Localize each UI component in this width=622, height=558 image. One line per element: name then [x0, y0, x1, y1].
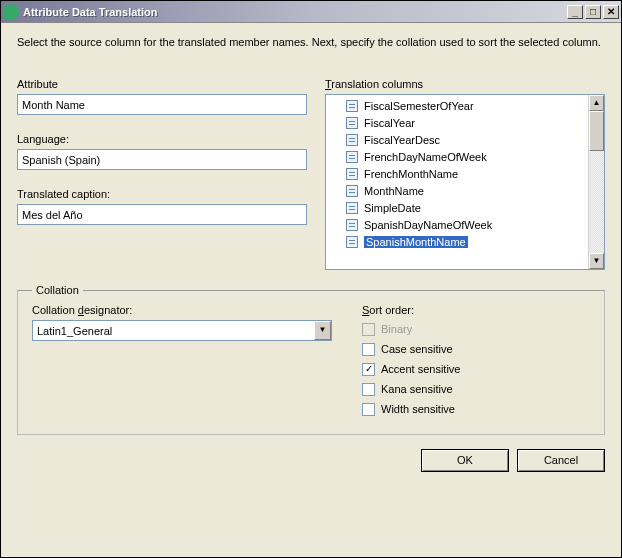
sort-option-row[interactable]: ✓Accent sensitive	[362, 360, 590, 378]
column-item[interactable]: MonthName	[326, 182, 588, 199]
sort-option-label: Kana sensitive	[381, 383, 453, 395]
language-field[interactable]	[17, 149, 307, 170]
sort-option-row[interactable]: Kana sensitive	[362, 380, 590, 398]
dialog-window: Attribute Data Translation _ □ ✕ Select …	[0, 0, 622, 558]
column-item[interactable]: FrenchDayNameOfWeek	[326, 148, 588, 165]
checkbox[interactable]	[362, 403, 375, 416]
collation-fieldset: Collation Collation designator: Latin1_G…	[17, 284, 605, 435]
column-item[interactable]: SpanishMonthName	[326, 233, 588, 250]
column-item-label: FrenchMonthName	[364, 168, 458, 180]
column-item-label: FiscalSemesterOfYear	[364, 100, 474, 112]
collation-designator-value: Latin1_General	[33, 325, 314, 337]
column-icon	[346, 219, 358, 231]
column-icon	[346, 168, 358, 180]
column-icon	[346, 151, 358, 163]
column-item[interactable]: SpanishDayNameOfWeek	[326, 216, 588, 233]
column-item[interactable]: FiscalYearDesc	[326, 131, 588, 148]
checkbox[interactable]	[362, 383, 375, 396]
attribute-label: Attribute	[17, 78, 307, 90]
ok-button[interactable]: OK	[421, 449, 509, 472]
column-item[interactable]: SimpleDate	[326, 199, 588, 216]
scroll-thumb[interactable]	[589, 111, 604, 151]
column-item-label: SpanishDayNameOfWeek	[364, 219, 492, 231]
column-icon	[346, 117, 358, 129]
translation-columns-label: Translation columns	[325, 78, 605, 90]
minimize-button[interactable]: _	[567, 5, 583, 19]
listbox-scrollbar[interactable]: ▲ ▼	[588, 95, 604, 269]
column-item[interactable]: FrenchMonthName	[326, 165, 588, 182]
column-icon	[346, 134, 358, 146]
column-item-label: FiscalYear	[364, 117, 415, 129]
checkbox[interactable]: ✓	[362, 363, 375, 376]
sort-option-row[interactable]: Case sensitive	[362, 340, 590, 358]
sort-option-row[interactable]: Width sensitive	[362, 400, 590, 418]
column-item-label: MonthName	[364, 185, 424, 197]
language-label: Language:	[17, 133, 307, 145]
column-icon	[346, 100, 358, 112]
chevron-down-icon[interactable]: ▼	[314, 321, 331, 340]
column-icon	[346, 185, 358, 197]
translation-columns-listbox[interactable]: FiscalSemesterOfYearFiscalYearFiscalYear…	[325, 94, 605, 270]
column-item[interactable]: FiscalSemesterOfYear	[326, 97, 588, 114]
collation-legend: Collation	[32, 284, 83, 296]
column-item[interactable]: FiscalYear	[326, 114, 588, 131]
close-button[interactable]: ✕	[603, 5, 619, 19]
collation-designator-combo[interactable]: Latin1_General ▼	[32, 320, 332, 341]
sort-option-label: Binary	[381, 323, 412, 335]
collation-designator-label: Collation designator:	[32, 304, 332, 316]
column-item-label: FiscalYearDesc	[364, 134, 440, 146]
sort-option-label: Width sensitive	[381, 403, 455, 415]
column-item-label: FrenchDayNameOfWeek	[364, 151, 487, 163]
column-icon	[346, 236, 358, 248]
translated-caption-field[interactable]	[17, 204, 307, 225]
checkbox[interactable]	[362, 343, 375, 356]
sort-option-label: Accent sensitive	[381, 363, 461, 375]
scroll-up-button[interactable]: ▲	[589, 95, 604, 111]
app-icon	[3, 4, 19, 20]
maximize-button[interactable]: □	[585, 5, 601, 19]
sort-option-label: Case sensitive	[381, 343, 453, 355]
column-item-label: SimpleDate	[364, 202, 421, 214]
scroll-down-button[interactable]: ▼	[589, 253, 604, 269]
sort-option-row: Binary	[362, 320, 590, 338]
column-icon	[346, 202, 358, 214]
translated-caption-label: Translated caption:	[17, 188, 307, 200]
titlebar[interactable]: Attribute Data Translation _ □ ✕	[1, 1, 621, 23]
cancel-button[interactable]: Cancel	[517, 449, 605, 472]
instruction-text: Select the source column for the transla…	[17, 35, 605, 50]
sort-order-label: Sort order:	[362, 304, 590, 316]
column-item-label: SpanishMonthName	[364, 236, 468, 248]
attribute-field[interactable]	[17, 94, 307, 115]
checkbox	[362, 323, 375, 336]
window-title: Attribute Data Translation	[23, 6, 565, 18]
